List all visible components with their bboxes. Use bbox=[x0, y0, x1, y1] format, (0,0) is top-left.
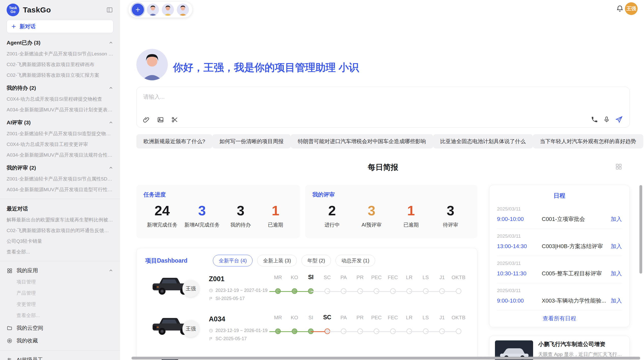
app-title: TaskGo bbox=[23, 6, 106, 14]
send-icon[interactable] bbox=[615, 116, 623, 123]
phone-icon[interactable] bbox=[591, 116, 598, 123]
logo-line2: Go bbox=[10, 10, 15, 14]
sidebar-item-my-apps[interactable]: 我的应用 bbox=[7, 267, 113, 274]
project-dates: 2023-12-19 ~ 2027-01-19 bbox=[209, 288, 268, 293]
view-all-chats-link[interactable]: 查看全部... bbox=[7, 249, 113, 255]
filter-pill[interactable]: 全新平台 (4) bbox=[213, 255, 253, 266]
stat-item: 24新增完成任务 bbox=[147, 203, 178, 228]
sidebar-task-item[interactable]: C02-飞腾新能源轻客改款项目里程碑画布 bbox=[7, 61, 113, 68]
image-icon[interactable] bbox=[157, 116, 164, 123]
sidebar-tools: AI超级员工帮我写作创意制图 bbox=[7, 356, 113, 360]
suggestion-chip[interactable]: 特朗普可能对进口汽车增税会对中国车企造成哪些影响 bbox=[291, 134, 433, 148]
scissors-icon[interactable] bbox=[171, 116, 178, 123]
stat-value: 1 bbox=[261, 203, 289, 218]
microphone-icon[interactable] bbox=[603, 116, 610, 123]
stat-value: 3 bbox=[358, 203, 386, 218]
agent-avatar[interactable] bbox=[177, 4, 189, 16]
plus-icon bbox=[11, 24, 17, 29]
logo-line1: Task bbox=[9, 6, 17, 10]
sidebar-app-subitem[interactable]: 项目管理 bbox=[17, 279, 113, 285]
attachment-icon[interactable] bbox=[143, 116, 150, 123]
agent-avatar[interactable] bbox=[162, 4, 174, 16]
daily-briefing-title: 每日简报 bbox=[136, 162, 630, 173]
project-milestone-flag: SI-2025-05-17 bbox=[209, 296, 245, 301]
sidebar: Task Go TaskGo 新对话 Agent已办 (3)Z001-全新燃油皮… bbox=[0, 0, 120, 360]
filter-pill[interactable]: 全新上装 (3) bbox=[257, 255, 297, 266]
sidebar-task-item[interactable]: C0X4-动力总成开发项目SI里程碑提交物检查 bbox=[7, 96, 113, 102]
bell-icon[interactable] bbox=[616, 5, 624, 12]
project-row[interactable]: 王强A0342023-12-19 ~ 2026-01-19SC-2025-05-… bbox=[137, 309, 477, 349]
owner-avatar: 王强 bbox=[182, 280, 199, 297]
schedule-item: 2025/03/119:00-10:00X003-车辆动力学性能验...加入 bbox=[497, 283, 622, 310]
stat-card-title: 任务进度 bbox=[143, 191, 293, 199]
sidebar-task-item[interactable]: C02-飞腾新能源轻客改款项目立项汇报方案 bbox=[7, 72, 113, 78]
layout-grid-icon[interactable] bbox=[615, 163, 622, 170]
sidebar-section-header[interactable]: AI评审 (3) bbox=[7, 119, 113, 126]
suggestion-chip[interactable]: 如何写一份清晰的项目周报 bbox=[212, 134, 291, 148]
milestone-track: MRKOSISCPAPRPECFECLRLSJ1OKTB bbox=[269, 269, 475, 309]
milestone-label: J1 bbox=[433, 275, 451, 280]
sidebar-entry-label: 我的收藏 bbox=[17, 337, 113, 344]
user-avatar[interactable]: 王强 bbox=[625, 2, 638, 15]
milestone-label: SI bbox=[302, 274, 320, 281]
chevron-up-icon[interactable] bbox=[108, 85, 113, 91]
filter-pill[interactable]: 动总开发 (1) bbox=[335, 255, 375, 266]
date-range: 2023-12-19 ~ 2026-01-19 bbox=[215, 328, 268, 333]
recent-chat-item[interactable]: C02-飞腾新能源轻客改款项目的闭环通告反馈情况 bbox=[7, 227, 113, 234]
stat-item: 1已逾期 bbox=[397, 203, 425, 228]
sidebar-item-favorites[interactable]: 我的收藏 bbox=[7, 337, 113, 344]
sidebar-tool-item[interactable]: AI超级员工 bbox=[7, 356, 113, 360]
flag-icon bbox=[209, 337, 213, 341]
vertical-scrollbar[interactable] bbox=[639, 185, 642, 274]
join-button[interactable]: 加入 bbox=[611, 297, 622, 305]
sidebar-task-item[interactable]: Z001-全新燃油轻卡产品开发项目SI节点属性5D文件评审 bbox=[7, 176, 113, 182]
project-row[interactable]: 王强Z0012023-12-19 ~ 2027-01-19SI-2025-05-… bbox=[137, 269, 477, 309]
schedule-name: C003|H0B-方案冻结评审 bbox=[536, 243, 611, 250]
chevron-up-icon[interactable] bbox=[108, 120, 113, 125]
view-all-schedule-link[interactable]: 查看所有日程 bbox=[497, 311, 622, 324]
task-progress-card: 任务进度24新增完成任务3新增AI完成任务3我的待办1已逾期 bbox=[136, 185, 300, 238]
sidebar-item-cloud-space[interactable]: 我的云空间 bbox=[7, 324, 113, 332]
milestone-label: LS bbox=[417, 275, 435, 280]
chevron-up-icon[interactable] bbox=[108, 40, 113, 45]
sidebar-collapse-icon[interactable] bbox=[106, 7, 113, 13]
add-agent-button[interactable] bbox=[132, 4, 144, 16]
sidebar-task-item[interactable]: Z001-全新燃油轻卡产品开发项目SI造型提交物评审 bbox=[7, 130, 113, 137]
view-all-apps-link[interactable]: 查看全部... bbox=[17, 312, 113, 319]
my-apps-label: 我的应用 bbox=[17, 267, 104, 274]
sidebar-task-item[interactable]: A034-全新新能源MUV产品开发项目计划变更表编写 bbox=[7, 107, 113, 113]
message-input[interactable] bbox=[137, 87, 630, 107]
milestone-label: J1 bbox=[433, 315, 451, 321]
suggestion-chip[interactable]: 当下年轻人对汽车外观有怎样的喜好趋势 bbox=[533, 134, 643, 148]
sidebar-section-header[interactable]: 我的评审 (2) bbox=[7, 164, 113, 171]
owner-avatar: 王强 bbox=[182, 320, 199, 337]
suggestion-chip[interactable]: 比亚迪全固态电池计划具体说了什么 bbox=[433, 134, 533, 148]
schedule-time: 9:00-10:00 bbox=[497, 297, 536, 304]
chevron-up-icon[interactable] bbox=[108, 268, 113, 273]
news-card[interactable]: 小鹏飞行汽车制造公司增资 天眼查 App 显示，近日广州汇天飞行汽... bbox=[489, 336, 630, 360]
sidebar-task-item[interactable]: A034-全新新能源MUV产品开发项目法规符合性评审 bbox=[7, 152, 113, 158]
stat-value: 24 bbox=[147, 203, 178, 218]
recent-chat-item[interactable]: 解释最新出台的欧盟报废车法规再生塑料比例被调至15%... bbox=[7, 217, 113, 223]
milestone-label: PEC bbox=[368, 275, 385, 280]
chevron-up-icon[interactable] bbox=[108, 165, 113, 170]
sidebar-section-header[interactable]: 我的待办 (2) bbox=[7, 84, 113, 92]
recent-chat-item[interactable]: 公司Q3轻卡销量 bbox=[7, 238, 113, 244]
sidebar-task-item[interactable]: C0X4-动力总成开发项目工程变更评审 bbox=[7, 141, 113, 147]
join-button[interactable]: 加入 bbox=[611, 270, 622, 277]
sidebar-section-header[interactable]: Agent已办 (3) bbox=[7, 39, 113, 46]
sidebar-task-item[interactable]: A034-全新新能源MUV产品开发项目造型可行性评审 bbox=[7, 186, 113, 193]
sidebar-app-subitem[interactable]: 产品管理 bbox=[17, 290, 113, 296]
horizontal-scrollbar[interactable] bbox=[131, 357, 640, 359]
sidebar-app-subitem[interactable]: 变更管理 bbox=[17, 301, 113, 308]
sidebar-task-item[interactable]: Z001-全新燃油皮卡产品开发项目SI节点Lesson Learn报告 bbox=[7, 51, 113, 57]
filter-pill[interactable]: 年型 (2) bbox=[301, 255, 331, 266]
sidebar-entry-label: 我的云空间 bbox=[17, 324, 113, 332]
milestone-label: SC bbox=[318, 275, 336, 280]
folder-icon bbox=[7, 325, 12, 331]
suggestion-chip[interactable]: 欧洲新规最近颁布了什么? bbox=[136, 134, 212, 148]
join-button[interactable]: 加入 bbox=[611, 215, 622, 223]
join-button[interactable]: 加入 bbox=[611, 243, 622, 250]
new-chat-button[interactable]: 新对话 bbox=[7, 20, 113, 33]
agent-avatar[interactable] bbox=[147, 4, 159, 16]
